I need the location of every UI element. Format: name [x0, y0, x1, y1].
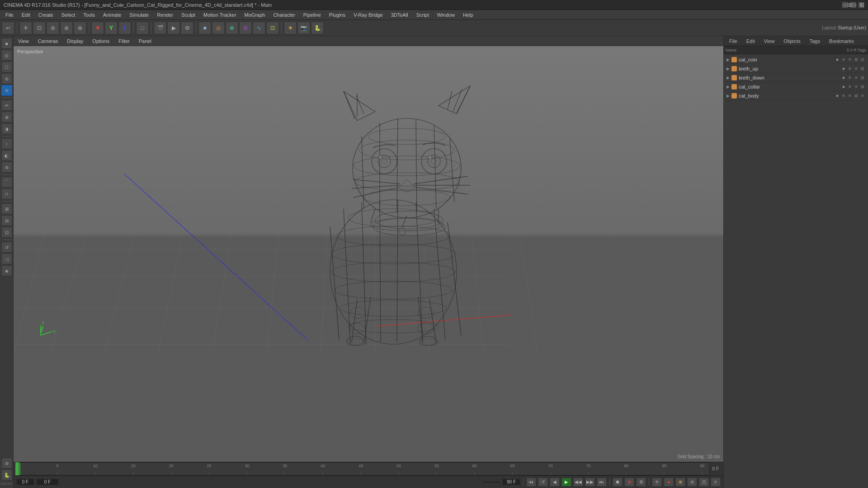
object-mode-btn[interactable]: □: [136, 22, 149, 34]
menu-tools[interactable]: Tools: [80, 11, 99, 19]
measure-tool-btn[interactable]: ↕: [1, 138, 12, 149]
frame-total-display[interactable]: [482, 481, 500, 483]
nurbs-btn[interactable]: ◎: [212, 22, 225, 34]
bend-tool-btn[interactable]: ⌒: [1, 177, 12, 188]
menu-plugins[interactable]: Plugins: [326, 11, 349, 19]
menu-create[interactable]: Create: [35, 11, 57, 19]
menu-pipeline[interactable]: Pipeline: [300, 11, 325, 19]
record-btn[interactable]: ⏺: [613, 478, 623, 487]
bridge-tool-btn[interactable]: ✛: [1, 85, 12, 96]
rpanel-view-tab[interactable]: View: [761, 38, 778, 45]
viewport-cameras-menu[interactable]: Cameras: [36, 38, 60, 44]
dope-sheet-btn[interactable]: ≡: [711, 478, 721, 487]
inset-tool-btn[interactable]: ⊡: [1, 227, 12, 238]
render-view-btn[interactable]: 🎬: [154, 22, 166, 34]
object-item-cat-body[interactable]: ▶ cat_body ■ ✕ ✕ ⊞ ✕: [725, 91, 867, 100]
cube-btn[interactable]: ■: [198, 22, 211, 34]
rpanel-bookmarks-tab[interactable]: Bookmarks: [826, 38, 857, 45]
smooth-tool-btn[interactable]: ◑: [1, 123, 12, 134]
axis-y-btn[interactable]: Y: [105, 22, 118, 34]
axis-z-btn[interactable]: Z: [118, 22, 131, 34]
keyframe-btn[interactable]: ⊗: [624, 478, 634, 487]
poly-tool-btn[interactable]: ⬡: [1, 61, 12, 72]
lasso-tool-btn[interactable]: ◎: [1, 50, 12, 61]
rpanel-tags-tab[interactable]: Tags: [807, 38, 823, 45]
select-btn[interactable]: ⊡: [33, 22, 46, 34]
viewport-view-menu[interactable]: View: [16, 38, 31, 44]
shear-tool-btn[interactable]: ⌑: [1, 188, 12, 199]
menu-simulate[interactable]: Simulate: [126, 11, 152, 19]
menu-edit[interactable]: Edit: [18, 11, 34, 19]
menu-render[interactable]: Render: [153, 11, 177, 19]
frame-end-display[interactable]: 90 F: [502, 479, 520, 485]
paint-tool-btn[interactable]: ⊜: [1, 162, 12, 173]
render-btn[interactable]: ▶: [167, 22, 180, 34]
menu-animate[interactable]: Animate: [99, 11, 125, 19]
menu-character[interactable]: Character: [269, 11, 298, 19]
menu-mograph[interactable]: MoGraph: [241, 11, 269, 19]
menu-3dtoall[interactable]: 3DToAll: [387, 11, 412, 19]
menu-script[interactable]: Script: [413, 11, 433, 19]
pen-tool-btn[interactable]: ✏: [1, 100, 12, 111]
python-sidebar-btn[interactable]: 🐍: [1, 469, 12, 480]
fullscreen-icon[interactable]: ⊞: [847, 2, 852, 8]
light-btn[interactable]: ☀: [284, 22, 297, 34]
menu-help[interactable]: Help: [459, 11, 477, 19]
menu-window[interactable]: Window: [434, 11, 458, 19]
rpanel-objects-tab[interactable]: Objects: [781, 38, 803, 45]
record2-btn[interactable]: ●: [664, 478, 674, 487]
frame-current-display[interactable]: 0 F: [36, 479, 59, 485]
magnet-tool-btn[interactable]: ⊕: [1, 112, 12, 122]
generator-btn[interactable]: ⊡: [266, 22, 279, 34]
move-tool-btn[interactable]: ✛: [19, 22, 32, 34]
pose-btn[interactable]: ⊚: [687, 478, 697, 487]
render-settings-btn[interactable]: ⚙: [181, 22, 193, 34]
select-tool-btn[interactable]: ■: [1, 38, 12, 49]
menu-motion-tracker[interactable]: Motion Tracker: [200, 11, 240, 19]
goto-start-btn[interactable]: ⏮: [526, 478, 536, 487]
viewport-display-menu[interactable]: Display: [65, 38, 85, 44]
play-btn[interactable]: ▶: [561, 478, 571, 487]
viewport-options-menu[interactable]: Options: [90, 38, 111, 44]
step-fwd-btn[interactable]: ▶▶: [585, 478, 595, 487]
object-item-teeth-up[interactable]: ▶ teeth_up ■ ✕ ✕ ⊞: [725, 64, 867, 73]
bevel-tool-btn[interactable]: ⊟: [1, 215, 12, 226]
motion-btn[interactable]: ⊕: [675, 478, 685, 487]
timeline-ruler[interactable]: 0 5 10 15 20 25 30 35 40 45 50: [19, 462, 710, 475]
object-item-teeth-down[interactable]: ▶ teeth_down ■ ✕ ✕ ⊞: [725, 73, 867, 82]
axis-x-btn[interactable]: ✕: [91, 22, 104, 34]
snap-btn[interactable]: ✛: [652, 478, 662, 487]
loop-btn[interactable]: ↺: [538, 478, 548, 487]
universal-btn[interactable]: ⊕: [74, 22, 86, 34]
anim-settings-btn[interactable]: ⚙: [636, 478, 646, 487]
object-item-cat-collar[interactable]: ▶ cat_collar ■ ✕ ✕ ⊞: [725, 82, 867, 91]
material-preview-btn[interactable]: ⊚: [1, 458, 12, 469]
rotate-btn[interactable]: ⊛: [60, 22, 73, 34]
rpanel-edit-tab[interactable]: Edit: [744, 38, 758, 45]
scale-btn[interactable]: ⊚: [47, 22, 59, 34]
menu-select[interactable]: Select: [58, 11, 79, 19]
deformer-btn[interactable]: ⊗: [226, 22, 238, 34]
viewport-settings-icon[interactable]: ⊡: [860, 2, 864, 8]
rpanel-file-tab[interactable]: File: [726, 38, 740, 45]
menu-file[interactable]: File: [2, 11, 17, 19]
spline-btn[interactable]: ∿: [253, 22, 265, 34]
extrude-tool-btn[interactable]: ⊞: [1, 203, 12, 214]
taper-tool-btn[interactable]: ◁: [1, 253, 12, 264]
array-btn[interactable]: ⊞: [239, 22, 252, 34]
python-btn[interactable]: 🐍: [311, 22, 324, 34]
bulge-tool-btn[interactable]: ◈: [1, 265, 12, 276]
viewport-filter-menu[interactable]: Filter: [117, 38, 131, 44]
twist-tool-btn[interactable]: ↺: [1, 242, 12, 253]
menu-vray[interactable]: V-Ray Bridge: [350, 11, 387, 19]
camera-btn[interactable]: 📷: [297, 22, 310, 34]
viewport-panel-menu[interactable]: Panel: [137, 38, 153, 44]
goto-end-btn[interactable]: ⏭: [597, 478, 607, 487]
knife-tool-btn[interactable]: ⊘: [1, 73, 12, 84]
object-item-cat-coin[interactable]: ▶ cat_coin ■ ✕ ✕ ⊞ ⊟: [725, 55, 867, 64]
frame-start-display[interactable]: 0 F: [16, 479, 34, 485]
sculpt-tool-btn[interactable]: ◐: [1, 150, 12, 161]
menu-sculpt[interactable]: Sculpt: [178, 11, 199, 19]
timeline-editor-btn[interactable]: ⊡: [699, 478, 709, 487]
viewport-3d[interactable]: Perspective: [14, 46, 723, 462]
